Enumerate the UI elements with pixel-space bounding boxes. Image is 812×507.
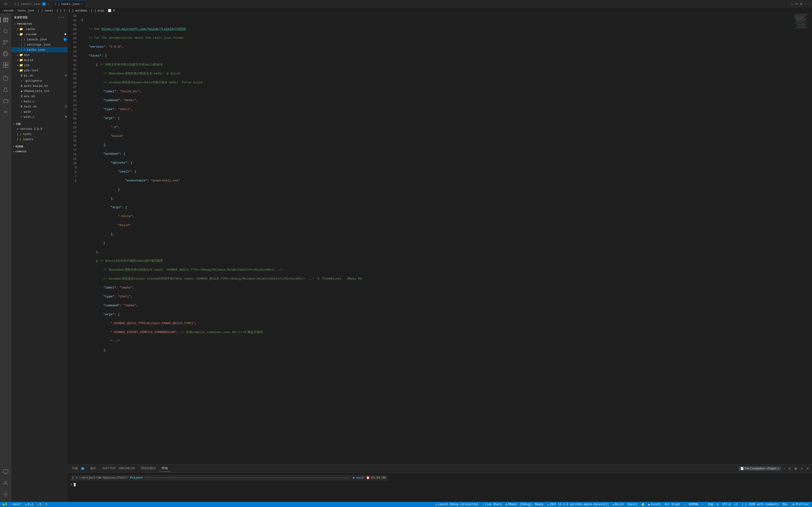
status-language[interactable]: { } JSON with Comments [741, 503, 779, 506]
tab-terminal[interactable]: 终端 [159, 465, 170, 472]
code-content[interactable]: { // See https://go.microsoft.com/fwlink… [80, 13, 793, 464]
breadcrumb-vscode[interactable]: .vscode [2, 9, 14, 12]
tree-item-launch-json[interactable]: { } launch.json 1 [11, 37, 68, 42]
status-gcc[interactable]: ✦ [GCC 12.2.0 aarch64-apple-darwin21] [546, 503, 610, 506]
version-icon: V [17, 128, 18, 130]
tab-launch-json[interactable]: { } launch.json 1 ✕ [11, 0, 52, 8]
more-sidebar-icon[interactable]: ··· [58, 15, 65, 19]
sync-icon: ↻ [25, 503, 27, 506]
tree-label-bin: bin [24, 53, 30, 57]
outline-section-header[interactable]: ▾ 大纲 [11, 121, 68, 126]
tab-close-tasks[interactable]: ✕ [81, 3, 83, 6]
timeline-section-header[interactable]: ▸ 时间线 [11, 144, 68, 149]
breadcrumb-0[interactable]: ⬜ 0 [108, 9, 115, 12]
status-vim-mode[interactable]: -- NORMAL -- [683, 503, 705, 506]
tree-item-wishc[interactable]: C wish.c M [11, 114, 68, 119]
more-actions-icon[interactable]: ··· [804, 2, 810, 6]
tree-item-p1sh[interactable]: $ p1.sh U [11, 73, 68, 78]
status-errors[interactable]: ⊗ 0 ⚠ 1 [36, 503, 48, 506]
project-root-header[interactable]: ▾ PROJECT2A [11, 21, 68, 26]
panel-close-button[interactable]: ✕ [805, 466, 810, 471]
status-wish[interactable]: ▶ [wish] [648, 503, 662, 506]
tab-output[interactable]: 输出 [88, 465, 99, 472]
tree-item-main-c[interactable]: C main.c [11, 99, 68, 104]
status-live-share[interactable]: ⚡ Live Share [481, 503, 503, 506]
tree-item-testsh[interactable]: $ test.sh U [11, 104, 68, 109]
tree-item-cache[interactable]: ▸ 📁 .cache [11, 26, 68, 32]
terminal-split-button[interactable]: ⧉ [788, 466, 792, 471]
prettier-icon: ✨ [791, 503, 795, 506]
breadcrumb-args[interactable]: [ ] args [91, 9, 105, 12]
activity-icon-git[interactable] [0, 106, 11, 118]
outline-version[interactable]: V version 2.0.0 [11, 126, 68, 132]
activity-icon-docker[interactable] [0, 95, 11, 106]
activity-icon-settings[interactable] [0, 489, 11, 500]
activity-icon-test[interactable] [0, 72, 11, 84]
terminal-add-button[interactable]: + [782, 466, 786, 471]
tree-label-cache: .cache [24, 27, 35, 31]
tree-item-auto-build[interactable]: $ auto-build.sh [11, 83, 68, 89]
status-eol[interactable]: LF [733, 503, 739, 506]
breadcrumb-windows[interactable]: { } windows [68, 9, 87, 12]
panel-chevron-up-button[interactable]: ∧ [800, 466, 804, 471]
sidebar-toggle-icon[interactable]: ⧉ [4, 2, 7, 6]
commits-section-header[interactable]: ▸ COMMITS [11, 149, 68, 154]
status-build[interactable]: ⚒ Build [612, 503, 624, 506]
tree-item-envsh[interactable]: $ env.sh [11, 94, 68, 99]
tab-tasks-json[interactable]: { } tasks.json ✕ [52, 0, 86, 8]
status-sync[interactable]: ↻ 0 △1 [24, 503, 34, 506]
tree-item-settings-json[interactable]: { } settings.json [11, 42, 68, 47]
tree-item-tasks-json[interactable]: { } tasks.json [11, 47, 68, 52]
tree-label-p2a-test: p2a-test [24, 69, 39, 72]
status-prettier[interactable]: ✨ Prettier [791, 503, 810, 506]
tree-item-cmake[interactable]: ▲ CMakeLists.txt [11, 89, 68, 94]
tree-item-wish[interactable]: ◻ wish [11, 109, 68, 114]
tab-bar: ⧉ { } launch.json 1 ✕ { } tasks.json ✕ ▷… [0, 0, 812, 8]
activity-icon-source-control[interactable] [0, 37, 11, 48]
tree-item-gitignore[interactable]: ◈ .gitignore [11, 78, 68, 83]
status-branch[interactable]: ⑂ main* [10, 503, 22, 506]
status-remote[interactable]: ⊞ 0 [2, 503, 8, 506]
tree-item-build[interactable]: ▸ 📁 build [11, 58, 68, 63]
history-icon[interactable]: ⟳ [795, 2, 798, 6]
status-bell[interactable]: 🔔 [640, 503, 646, 506]
tree-label-tasks-file: tasks.json [27, 48, 45, 52]
svg-rect-31 [796, 28, 806, 29]
tab-problems[interactable]: 问题 1 [69, 465, 87, 472]
tab-debug-console[interactable]: 调试控制台 [138, 465, 158, 472]
activity-icon-extensions[interactable] [0, 59, 11, 71]
status-cmake[interactable]: ⚙ CMake: [Debug]: Ready [504, 503, 544, 506]
breadcrumb-tasks[interactable]: [ ] tasks [38, 9, 53, 12]
breadcrumb-1[interactable]: { } 1 [57, 9, 65, 12]
tree-item-vscode[interactable]: ▾ 📁 .vscode [11, 32, 68, 37]
tree-item-p2a-test[interactable]: ▾ 📁 p2a-test [11, 68, 68, 73]
tree-item-bin[interactable]: ▸ 📁 bin [11, 52, 68, 58]
outline-inputs[interactable]: [ ] inputs [11, 137, 68, 142]
tab-close-launch[interactable]: ✕ [47, 3, 49, 6]
remote-icon: ⊞ [3, 503, 4, 506]
tasks-icon: [ ] [17, 133, 21, 136]
status-git-graph[interactable]: Git Graph [664, 503, 681, 506]
tab-jupyter[interactable]: JUPYTER: VARIABLES [100, 466, 137, 471]
status-encoding[interactable]: UTF-8 [721, 503, 732, 506]
activity-icon-account[interactable] [0, 477, 11, 489]
activity-icon-explorer[interactable] [0, 14, 11, 25]
tree-label-mainc: main.c [24, 100, 35, 103]
status-mac[interactable]: Mac [782, 503, 789, 506]
status-debug[interactable]: ▷ Launch Debug (project2a) [435, 503, 479, 506]
breadcrumb-tasks-json[interactable]: tasks.json [17, 9, 34, 12]
tree-item-lib[interactable]: ▸ 📁 lib [11, 63, 68, 68]
tree-label-gitignore: .gitignore [24, 79, 42, 82]
terminal-zsh-icon: ❯ [75, 475, 78, 480]
status-git-branch[interactable]: [main] [626, 503, 638, 506]
terminal-trash-button[interactable]: 🗑 [793, 466, 798, 471]
terminal-name-button[interactable]: 📄 File Compilation - Project ∨ [739, 466, 781, 471]
outline-tasks[interactable]: [ ] tasks [11, 132, 68, 137]
activity-icon-run[interactable] [0, 48, 11, 59]
activity-icon-cmake[interactable] [0, 84, 11, 95]
status-spaces[interactable]: 空格: 4 [707, 503, 719, 507]
activity-icon-search[interactable] [0, 25, 11, 37]
split-editor-icon[interactable]: ⧉ [800, 2, 802, 6]
run-icon[interactable]: ▷ [791, 2, 793, 6]
activity-icon-remote[interactable] [0, 466, 11, 477]
